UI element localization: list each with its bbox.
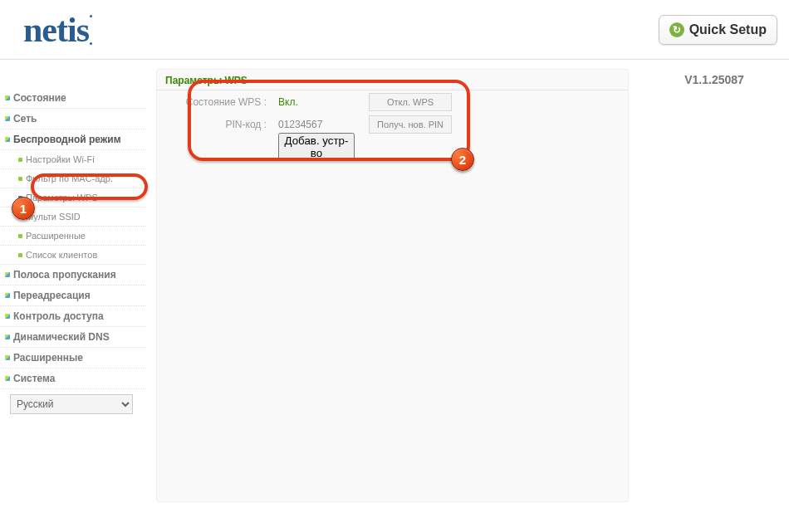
bullet-icon: [18, 158, 22, 162]
row-add-device: Добав. устр-во: [157, 135, 628, 158]
sidebar-item-ddns[interactable]: Динамический DNS: [0, 327, 145, 348]
add-device-button[interactable]: Добав. устр-во: [278, 133, 355, 161]
section-title: Параметры WPS: [157, 70, 628, 90]
sidebar-item-network[interactable]: Сеть: [0, 109, 145, 129]
sidebar-item-access-control[interactable]: Контроль доступа: [0, 306, 145, 327]
bullet-icon: [18, 177, 22, 181]
firmware-version: V1.1.25087: [640, 73, 789, 86]
row-pin: PIN-код : 01234567 Получ. нов. PIN: [157, 113, 628, 135]
refresh-icon: ↻: [669, 22, 684, 37]
status-label: Состояние WPS :: [157, 96, 273, 108]
disable-wps-button[interactable]: Откл. WPS: [369, 93, 452, 111]
pin-label: PIN-код :: [157, 119, 273, 130]
sidebar-item-advanced-wifi[interactable]: Расширенные: [0, 227, 145, 246]
sidebar-item-clients[interactable]: Список клиентов: [0, 246, 145, 265]
right-column: V1.1.25087: [640, 60, 789, 532]
bullet-icon: [5, 314, 10, 319]
bullet-icon: [18, 215, 22, 219]
sidebar: Состояние Сеть Беспроводной режим Настро…: [0, 60, 145, 532]
logo: netis: [23, 10, 89, 50]
bullet-icon: [5, 137, 10, 142]
bullet-icon: [18, 196, 22, 200]
sidebar-item-bandwidth[interactable]: Полоса пропускания: [0, 265, 145, 286]
sidebar-item-wireless[interactable]: Беспроводной режим: [0, 129, 145, 150]
wps-form: Состояние WPS : Вкл. Откл. WPS PIN-код :…: [157, 90, 628, 158]
bullet-icon: [5, 293, 10, 298]
sidebar-item-advanced[interactable]: Расширенные: [0, 348, 145, 368]
pin-value: 01234567: [273, 119, 369, 130]
bullet-icon: [5, 376, 10, 381]
language-select[interactable]: Русский: [10, 394, 133, 414]
bullet-icon: [18, 234, 22, 238]
bullet-icon: [5, 116, 10, 121]
quick-setup-button[interactable]: ↻ Quick Setup: [659, 15, 777, 45]
sidebar-item-multi-ssid[interactable]: Мульти SSID: [0, 207, 145, 227]
status-value: Вкл.: [273, 96, 369, 108]
sidebar-item-system[interactable]: Система: [0, 368, 145, 389]
bullet-icon: [5, 334, 10, 339]
bullet-icon: [18, 253, 22, 257]
header: netis ↻ Quick Setup: [0, 0, 789, 60]
logo-text: netis: [23, 11, 89, 49]
sidebar-item-wps-params[interactable]: Параметры WPS: [0, 188, 145, 207]
bullet-icon: [5, 355, 10, 360]
content-area: Параметры WPS Состояние WPS : Вкл. Откл.…: [145, 60, 640, 532]
new-pin-button[interactable]: Получ. нов. PIN: [369, 115, 452, 134]
bullet-icon: [5, 272, 10, 277]
sidebar-item-mac-filter[interactable]: Фильтр по MAC-адр.: [0, 169, 145, 188]
quick-setup-label: Quick Setup: [689, 22, 767, 37]
row-wps-status: Состояние WPS : Вкл. Откл. WPS: [157, 90, 628, 113]
bullet-icon: [5, 95, 10, 100]
sidebar-item-status[interactable]: Состояние: [0, 88, 145, 109]
sidebar-item-forwarding[interactable]: Переадресация: [0, 286, 145, 306]
sidebar-item-wifi-settings[interactable]: Настройки Wi-Fi: [0, 150, 145, 169]
